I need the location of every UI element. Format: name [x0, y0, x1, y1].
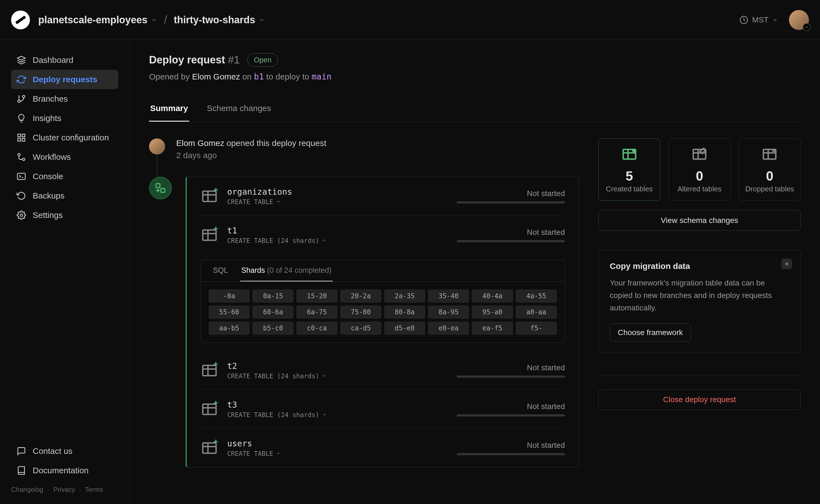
- choose-framework-button[interactable]: Choose framework: [610, 323, 691, 342]
- terminal-icon: [17, 172, 26, 181]
- user-avatar[interactable]: [789, 10, 809, 30]
- shard-item[interactable]: 75-80: [340, 305, 381, 319]
- sidebar-item-settings[interactable]: Settings: [11, 205, 118, 225]
- shard-item[interactable]: 8a-95: [428, 305, 469, 319]
- shard-item[interactable]: a0-aa: [516, 305, 557, 319]
- table-name: t2: [227, 361, 327, 371]
- shard-item[interactable]: 35-40: [428, 289, 469, 303]
- privacy-link[interactable]: Privacy: [53, 486, 75, 493]
- shard-item[interactable]: 60-6a: [252, 305, 293, 319]
- shard-item[interactable]: 6a-75: [296, 305, 337, 319]
- page-subtitle: Opened by Elom Gomez on b1 to deploy to …: [149, 72, 801, 81]
- shard-item[interactable]: ca-d5: [340, 322, 381, 335]
- sidebar-item-workflows[interactable]: Workflows: [11, 147, 118, 167]
- chat-icon: [17, 446, 26, 456]
- table-name: organizations: [227, 187, 292, 197]
- shard-item[interactable]: -0a: [209, 289, 249, 303]
- shard-tab-sql[interactable]: SQL: [212, 260, 229, 281]
- shard-item[interactable]: 4a-55: [516, 289, 557, 303]
- table-name: users: [227, 439, 281, 448]
- breadcrumb: planetscale-employees / thirty-two-shard…: [38, 14, 265, 26]
- logo[interactable]: [11, 11, 30, 29]
- branch-to[interactable]: main: [312, 72, 331, 81]
- branch-from[interactable]: b1: [254, 72, 264, 81]
- timezone-label: MST: [752, 16, 768, 24]
- tab-schema-changes[interactable]: Schema changes: [206, 96, 272, 122]
- org-crumb[interactable]: planetscale-employees: [38, 14, 157, 26]
- card-title: Copy migration data: [610, 261, 789, 271]
- shard-item[interactable]: 20-2a: [340, 289, 381, 303]
- refresh-icon: [17, 75, 26, 84]
- chevron-down-icon: [322, 372, 327, 380]
- close-card-button[interactable]: [782, 259, 792, 269]
- terms-link[interactable]: Terms: [85, 486, 103, 493]
- tab-summary[interactable]: Summary: [149, 96, 189, 122]
- svg-rect-7: [22, 138, 25, 141]
- shard-item[interactable]: 80-8a: [384, 305, 425, 319]
- svg-rect-48: [693, 150, 706, 159]
- contact-us-link[interactable]: Contact us: [11, 441, 118, 461]
- author-link[interactable]: Elom Gomez: [192, 72, 240, 81]
- svg-rect-6: [22, 134, 25, 137]
- diff-panel: organizations CREATE TABLE Not started t…: [186, 177, 579, 467]
- shard-item[interactable]: 2a-35: [384, 289, 425, 303]
- event-user-link[interactable]: Elom Gomez: [176, 138, 224, 148]
- shard-item[interactable]: ea-f5: [472, 322, 513, 335]
- shard-item[interactable]: b5-c0: [252, 322, 293, 335]
- table-status: Not started: [457, 402, 565, 411]
- timezone-selector[interactable]: MST: [739, 16, 778, 24]
- shard-tab-shards[interactable]: Shards (0 of 24 completed): [240, 260, 333, 281]
- svg-point-10: [22, 158, 25, 161]
- table-status: Not started: [457, 363, 565, 372]
- view-schema-changes-button[interactable]: View schema changes: [598, 210, 801, 231]
- progress-bar: [457, 240, 565, 242]
- shard-item[interactable]: aa-b5: [209, 322, 249, 335]
- stat-created-tables[interactable]: 5 Created tables: [598, 138, 660, 201]
- table-status: Not started: [457, 189, 565, 198]
- chevron-down-icon: [322, 411, 327, 418]
- stat-dropped-tables[interactable]: 0 Dropped tables: [739, 138, 801, 201]
- page-title: Deploy request #1: [149, 54, 240, 66]
- shard-item[interactable]: 55-60: [209, 305, 249, 319]
- shard-item[interactable]: 15-20: [296, 289, 337, 303]
- stat-altered-tables[interactable]: 0 Altered tables: [669, 138, 730, 201]
- close-deploy-request-button[interactable]: Close deploy request: [598, 389, 801, 410]
- svg-point-9: [18, 153, 20, 156]
- sidebar-item-cluster-config[interactable]: Cluster configuration: [11, 128, 118, 147]
- sidebar-item-branches[interactable]: Branches: [11, 89, 118, 109]
- db-crumb[interactable]: thirty-two-shards: [174, 14, 265, 26]
- chevron-down-icon: [258, 17, 265, 23]
- shard-item[interactable]: d5-e0: [384, 322, 425, 335]
- table-row[interactable]: t1 CREATE TABLE (24 shards) Not started: [200, 215, 565, 254]
- svg-point-4: [18, 100, 20, 102]
- chevron-down-icon: [276, 450, 281, 457]
- shard-item[interactable]: 95-a0: [472, 305, 513, 319]
- svg-rect-8: [18, 138, 20, 141]
- progress-bar: [457, 453, 565, 455]
- table-row[interactable]: users CREATE TABLE Not started: [200, 428, 565, 467]
- sidebar-item-deploy-requests[interactable]: Deploy requests: [11, 70, 118, 89]
- changelog-link[interactable]: Changelog: [11, 486, 43, 493]
- sidebar-item-console[interactable]: Console: [11, 167, 118, 186]
- sidebar-item-dashboard[interactable]: Dashboard: [11, 50, 118, 70]
- svg-rect-5: [18, 134, 20, 137]
- table-row[interactable]: t3 CREATE TABLE (24 shards) Not started: [200, 390, 565, 428]
- breadcrumb-separator: /: [164, 14, 167, 26]
- table-dropped-icon: [761, 146, 778, 163]
- chevron-down-icon: [803, 23, 811, 31]
- shard-item[interactable]: f5-: [516, 322, 557, 335]
- card-text: Your framework's migration table data ca…: [610, 277, 789, 314]
- table-row[interactable]: t2 CREATE TABLE (24 shards) Not started: [200, 351, 565, 390]
- shard-item[interactable]: 0a-15: [252, 289, 293, 303]
- migration-data-card: Copy migration data Your framework's mig…: [598, 250, 801, 353]
- chevron-up-icon: [322, 237, 327, 244]
- sidebar-item-insights[interactable]: Insights: [11, 109, 118, 128]
- documentation-link[interactable]: Documentation: [11, 461, 118, 480]
- sidebar-item-backups[interactable]: Backups: [11, 186, 118, 205]
- shard-item[interactable]: 40-4a: [472, 289, 513, 303]
- table-subtitle: CREATE TABLE (24 shards): [227, 237, 327, 244]
- shard-item[interactable]: e0-ea: [428, 322, 469, 335]
- progress-bar: [457, 414, 565, 416]
- shard-item[interactable]: c0-ca: [296, 322, 337, 335]
- table-row[interactable]: organizations CREATE TABLE Not started: [200, 177, 565, 215]
